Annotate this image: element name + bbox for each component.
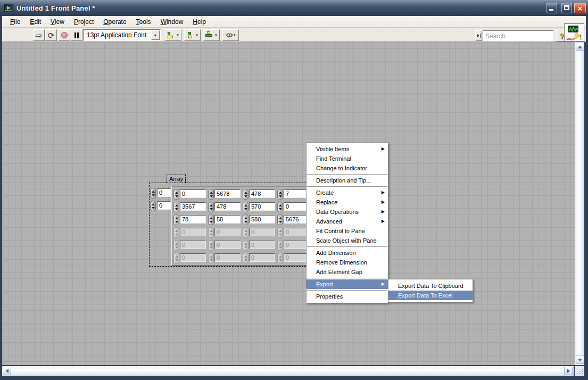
increment-arrow-icon[interactable] bbox=[152, 191, 155, 193]
front-panel-workspace[interactable]: Array 0005678478735674785700785858056760… bbox=[2, 42, 575, 365]
decrement-arrow-icon[interactable] bbox=[244, 208, 247, 210]
decrement-arrow-icon[interactable] bbox=[279, 234, 282, 236]
decrement-arrow-icon[interactable] bbox=[279, 221, 282, 223]
increment-arrow-icon[interactable] bbox=[244, 230, 247, 232]
context-menu-item-fit-control-to-pane[interactable]: Fit Control to Pane bbox=[307, 226, 388, 236]
increment-arrow-icon[interactable] bbox=[210, 255, 213, 258]
element-spinner-r5c0[interactable] bbox=[173, 253, 179, 263]
context-menu-item-remove-dimension[interactable]: Remove Dimension bbox=[307, 258, 388, 267]
context-menu-item-advanced[interactable]: Advanced▶ bbox=[307, 217, 388, 226]
scroll-right-button[interactable] bbox=[564, 367, 573, 375]
element-value-r5c0[interactable]: 0 bbox=[180, 253, 206, 262]
increment-arrow-icon[interactable] bbox=[279, 243, 282, 245]
context-menu-item-visible-items[interactable]: Visible Items▶ bbox=[307, 144, 388, 154]
element-value-r2c2[interactable]: 580 bbox=[249, 215, 275, 224]
decrement-arrow-icon[interactable] bbox=[152, 194, 155, 196]
decrement-arrow-icon[interactable] bbox=[244, 234, 247, 236]
array-index-value-0[interactable]: 0 bbox=[157, 188, 171, 197]
decrement-arrow-icon[interactable] bbox=[244, 195, 247, 197]
increment-arrow-icon[interactable] bbox=[279, 217, 282, 219]
element-spinner-r5c3[interactable] bbox=[277, 253, 283, 263]
element-spinner-r3c0[interactable] bbox=[173, 227, 179, 238]
increment-arrow-icon[interactable] bbox=[279, 230, 282, 232]
scroll-left-button[interactable] bbox=[3, 367, 11, 375]
align-objects-button[interactable]: ▼ bbox=[165, 29, 181, 41]
font-selector-dropdown-arrow-icon[interactable]: ▼ bbox=[151, 30, 160, 40]
menubar-item-project[interactable]: Project bbox=[69, 16, 98, 27]
increment-arrow-icon[interactable] bbox=[175, 217, 178, 219]
decrement-arrow-icon[interactable] bbox=[210, 221, 213, 223]
decrement-arrow-icon[interactable] bbox=[244, 246, 247, 249]
element-value-r1c2[interactable]: 570 bbox=[249, 202, 275, 211]
element-spinner-r4c2[interactable] bbox=[243, 240, 249, 251]
element-spinner-r1c1[interactable] bbox=[208, 202, 214, 212]
menubar-item-operate[interactable]: Operate bbox=[98, 16, 131, 27]
element-value-r0c1[interactable]: 5678 bbox=[214, 189, 241, 198]
increment-arrow-icon[interactable] bbox=[210, 243, 213, 245]
element-value-r5c1[interactable]: 0 bbox=[214, 253, 241, 262]
element-spinner-r4c1[interactable] bbox=[208, 240, 214, 251]
context-menu-item-description-and-tip[interactable]: Description and Tip... bbox=[307, 176, 388, 185]
labview-app-icon[interactable]: ▶ bbox=[4, 4, 13, 12]
pause-button[interactable] bbox=[71, 29, 82, 41]
element-spinner-r0c2[interactable] bbox=[243, 189, 249, 200]
element-spinner-r5c2[interactable] bbox=[243, 253, 249, 263]
search-history-button[interactable] bbox=[475, 30, 482, 41]
increment-arrow-icon[interactable] bbox=[210, 204, 213, 206]
element-spinner-r4c3[interactable] bbox=[277, 240, 283, 251]
resize-objects-button[interactable]: ▼ bbox=[203, 29, 220, 41]
distribute-objects-button[interactable]: ▼ bbox=[184, 29, 201, 41]
element-spinner-r1c2[interactable] bbox=[243, 202, 249, 212]
decrement-arrow-icon[interactable] bbox=[210, 259, 213, 261]
horizontal-scrollbar[interactable] bbox=[2, 366, 574, 376]
menubar-item-edit[interactable]: Edit bbox=[25, 16, 46, 27]
decrement-arrow-icon[interactable] bbox=[244, 259, 247, 261]
element-spinner-r3c2[interactable] bbox=[243, 227, 249, 238]
run-continuously-button[interactable]: ⟳ bbox=[45, 29, 57, 41]
decrement-arrow-icon[interactable] bbox=[210, 195, 213, 197]
element-value-r3c1[interactable]: 0 bbox=[214, 228, 241, 236]
element-value-r2c0[interactable]: 78 bbox=[180, 215, 206, 224]
decrement-arrow-icon[interactable] bbox=[279, 208, 282, 210]
decrement-arrow-icon[interactable] bbox=[175, 221, 178, 223]
reorder-button[interactable]: ⟲⟳ ▼ bbox=[222, 29, 239, 41]
context-menu-item-replace[interactable]: Replace▶ bbox=[307, 197, 388, 207]
maximize-button[interactable] bbox=[561, 3, 572, 13]
increment-arrow-icon[interactable] bbox=[244, 204, 247, 206]
close-button[interactable]: × bbox=[574, 3, 586, 13]
element-value-r4c0[interactable]: 0 bbox=[180, 241, 206, 249]
menubar-item-view[interactable]: View bbox=[46, 16, 69, 27]
increment-arrow-icon[interactable] bbox=[210, 192, 213, 194]
decrement-arrow-icon[interactable] bbox=[175, 246, 178, 249]
export-submenu-item-export-data-to-excel[interactable]: Export Data To Excel bbox=[388, 291, 473, 300]
context-menu-item-create[interactable]: Create▶ bbox=[307, 188, 388, 197]
increment-arrow-icon[interactable] bbox=[210, 217, 213, 219]
decrement-arrow-icon[interactable] bbox=[175, 234, 178, 236]
decrement-arrow-icon[interactable] bbox=[279, 195, 282, 197]
menubar-item-tools[interactable]: Tools bbox=[131, 16, 156, 27]
context-menu-item-change-to-indicator[interactable]: Change to Indicator bbox=[307, 163, 388, 173]
increment-arrow-icon[interactable] bbox=[244, 243, 247, 245]
element-spinner-r2c0[interactable] bbox=[173, 214, 179, 225]
element-spinner-r1c3[interactable] bbox=[277, 202, 283, 212]
array-label[interactable]: Array bbox=[167, 175, 186, 183]
element-value-r5c2[interactable]: 0 bbox=[249, 253, 275, 262]
element-spinner-r3c1[interactable] bbox=[208, 227, 214, 238]
element-value-r2c1[interactable]: 58 bbox=[214, 215, 241, 224]
element-spinner-r3c3[interactable] bbox=[277, 227, 283, 238]
decrement-arrow-icon[interactable] bbox=[210, 246, 213, 249]
menubar-item-window[interactable]: Window bbox=[156, 16, 188, 27]
element-spinner-r2c3[interactable] bbox=[277, 214, 283, 225]
font-selector[interactable]: 13pt Application Font ▼ bbox=[83, 29, 161, 41]
element-spinner-r5c1[interactable] bbox=[208, 253, 214, 263]
title-bar[interactable]: ▶ Untitled 1 Front Panel * × bbox=[0, 0, 588, 16]
context-menu-item-add-dimension[interactable]: Add Dimension bbox=[307, 248, 388, 258]
increment-arrow-icon[interactable] bbox=[279, 192, 282, 194]
increment-arrow-icon[interactable] bbox=[279, 204, 282, 206]
element-value-r1c0[interactable]: 3567 bbox=[180, 202, 206, 211]
context-menu-item-find-terminal[interactable]: Find Terminal bbox=[307, 154, 388, 163]
minimize-button[interactable] bbox=[546, 3, 557, 13]
decrement-arrow-icon[interactable] bbox=[210, 234, 213, 236]
context-menu-item-scale-object-with-pane[interactable]: Scale Object with Pane bbox=[307, 236, 388, 245]
element-spinner-r4c0[interactable] bbox=[173, 240, 179, 251]
